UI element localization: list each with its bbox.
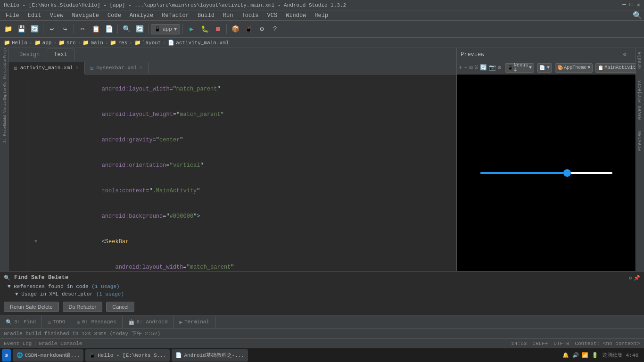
preview-api-dropdown[interactable]: 📄 ▼ [537, 63, 552, 73]
menu-refactor[interactable]: Refactor [158, 11, 193, 20]
menu-build[interactable]: Build [194, 11, 218, 20]
toolbar-settings-btn[interactable]: ⚙ [256, 23, 268, 35]
tab-design[interactable]: Design [12, 49, 47, 61]
toolbar-copy-btn[interactable]: 📋 [90, 23, 102, 35]
toolbar-project-btn[interactable]: 📁 [2, 23, 14, 35]
preview-settings-icon[interactable]: ⚙ [623, 51, 627, 58]
preview-100[interactable]: % [475, 63, 478, 73]
left-icon-1[interactable]: 1: Project [0, 50, 8, 58]
menu-help[interactable]: Help [311, 11, 332, 20]
bottom-tab-messages[interactable]: ✉ 0: Messages [71, 316, 122, 328]
menu-navigate[interactable]: Navigate [68, 11, 103, 20]
find-panel-settings-icon[interactable]: ⚙ [628, 275, 632, 281]
toolbar-run-btn[interactable]: ▶ [185, 23, 198, 35]
tab-close-activity-main[interactable]: × [76, 66, 79, 71]
basics-icon: 📄 [175, 352, 182, 358]
menu-run[interactable]: Run [219, 11, 237, 20]
preview-fit[interactable]: ⊡ [469, 63, 472, 73]
toolbar-save-btn[interactable]: 💾 [15, 23, 27, 35]
breadcrumb-file[interactable]: 📄activity_main.xml [168, 40, 229, 46]
breadcrumb-main[interactable]: 📁main [83, 40, 103, 46]
preview-side-label[interactable]: Preview [636, 127, 644, 155]
rerun-safe-delete-button[interactable]: Rerun Safe Delete [4, 302, 59, 312]
find-result-count: (1 usage) [91, 284, 119, 289]
breadcrumb-app[interactable]: 📁app [34, 40, 52, 46]
find-usage-line: ▼ Usage in XML descriptor (1 usage) [4, 290, 640, 298]
left-icon-favorites[interactable]: 2: Favorites [0, 125, 8, 133]
find-result-arrow[interactable]: ▼ [8, 284, 14, 289]
search-icon[interactable]: 🔍 [633, 11, 642, 20]
tab-icon-myseekbar: ⊞ [91, 65, 94, 71]
toolbar-stop-btn[interactable]: ⏹ [212, 23, 224, 35]
taskbar-android-studio[interactable]: 📱 Hello - [E:\Works_S... [85, 349, 170, 362]
toolbar-cut-btn[interactable]: ✂ [76, 23, 89, 35]
preview-gear[interactable]: ⚙ [498, 63, 501, 73]
status-line-ending[interactable]: CRLF+ [532, 341, 548, 346]
toolbar-app-dropdown[interactable]: 📱app▼ [151, 24, 180, 34]
bottom-tab-terminal[interactable]: ▶ Terminal [174, 316, 215, 328]
preview-close-icon[interactable]: ─ [628, 51, 632, 58]
maven-label[interactable]: Maven Projects [636, 76, 644, 123]
tab-activity-main[interactable]: ⊞ activity_main.xml × [8, 62, 85, 74]
chevron-down-icon: ▼ [529, 65, 532, 70]
do-refactor-button[interactable]: Do Refactor [63, 302, 103, 312]
toolbar-redo-btn[interactable]: ↪ [59, 23, 71, 35]
taskbar-android-basics[interactable]: 📄 Android基础教程之-... [172, 349, 248, 362]
code-editor[interactable]: android:layout_width="match_parent" andr… [8, 74, 456, 271]
toolbar-search-btn[interactable]: 🔍 [120, 23, 132, 35]
menu-edit[interactable]: Edit [24, 11, 45, 20]
breadcrumb-hello[interactable]: 📁Hello [4, 40, 27, 46]
toolbar-sdk-btn[interactable]: 📦 [229, 23, 241, 35]
minimize-button[interactable]: ─ [622, 1, 626, 8]
toolbar-paste-btn[interactable]: 📄 [103, 23, 115, 35]
find-panel-pin-icon[interactable]: 📌 [634, 275, 640, 281]
menu-view[interactable]: View [46, 11, 67, 20]
preview-theme-dropdown[interactable]: 🎨 AppTheme ▼ [555, 63, 593, 73]
fold-arrow-seekbar[interactable]: ▼ [34, 238, 37, 246]
taskbar: ⊞ 🌐 CSDN-markdown编... 📱 Hello - [E:\Work… [0, 348, 644, 362]
tab-myseekbar[interactable]: ⊞ myseekbar.xml × [85, 62, 149, 74]
gradle-label[interactable]: Gradle [636, 48, 644, 73]
bottom-tab-android[interactable]: 🤖 6: Android [123, 316, 174, 328]
preview-refresh[interactable]: 🔄 [480, 63, 487, 73]
breadcrumb-src[interactable]: 📁src [58, 40, 76, 46]
menu-analyze[interactable]: Analyze [126, 11, 157, 20]
breadcrumb-layout[interactable]: 📁layout [134, 40, 161, 46]
find-usage-arrow[interactable]: ▼ [15, 291, 21, 297]
preview-zoom-out[interactable]: − [464, 63, 467, 73]
cancel-button[interactable]: Cancel [106, 302, 134, 312]
tab-text[interactable]: Text [47, 49, 74, 61]
maximize-button[interactable]: □ [630, 1, 633, 8]
taskbar-csdn[interactable]: 🌐 CSDN-markdown编... [13, 349, 84, 362]
close-button[interactable]: ✕ [637, 1, 640, 8]
menu-vcs[interactable]: VCS [264, 11, 281, 20]
theme-label: AppTheme [564, 65, 586, 70]
toolbar-replace-btn[interactable]: 🔄 [133, 23, 146, 35]
preview-zoom-in[interactable]: + [459, 63, 462, 73]
toolbar-undo-btn[interactable]: ↩ [46, 23, 58, 35]
gradle-console-label[interactable]: Gradle Console [39, 341, 82, 346]
menu-file[interactable]: File [2, 11, 23, 20]
toolbar-sep-3 [117, 25, 118, 34]
status-charset[interactable]: UTF-8 [553, 341, 569, 346]
preview-device-dropdown[interactable]: 📱 Nexus 4 ▼ [505, 63, 534, 73]
menu-tools[interactable]: Tools [238, 11, 263, 20]
bottom-tabs: 🔍 3: Find ☑ TODO ✉ 0: Messages 🤖 6: Andr… [0, 315, 644, 328]
menu-code[interactable]: Code [104, 11, 125, 20]
code-line-2: android:layout_height="match_parent" [8, 102, 456, 127]
taskbar-start[interactable]: ⊞ [2, 349, 11, 362]
toolbar-debug-btn[interactable]: 🐛 [198, 23, 211, 35]
android-icon: 🤖 [128, 319, 135, 325]
tab-close-myseekbar[interactable]: × [140, 66, 142, 71]
preview-screenshot[interactable]: 📷 [489, 63, 496, 73]
toolbar-sync-btn[interactable]: 🔄 [28, 23, 41, 35]
toolbar-avd-btn[interactable]: 📱 [242, 23, 255, 35]
bottom-tab-find[interactable]: 🔍 3: Find [0, 316, 42, 328]
bottom-tab-todo[interactable]: ☑ TODO [42, 316, 71, 328]
menu-window[interactable]: Window [282, 11, 310, 20]
event-log-label[interactable]: Event Log [4, 341, 32, 346]
toolbar-help-btn[interactable]: ? [269, 23, 281, 35]
breadcrumb-res[interactable]: 📁res [110, 40, 127, 46]
left-icon-structure[interactable]: 7: Structure [0, 69, 8, 76]
left-icon-build-variants[interactable]: Build Variants [0, 107, 8, 114]
